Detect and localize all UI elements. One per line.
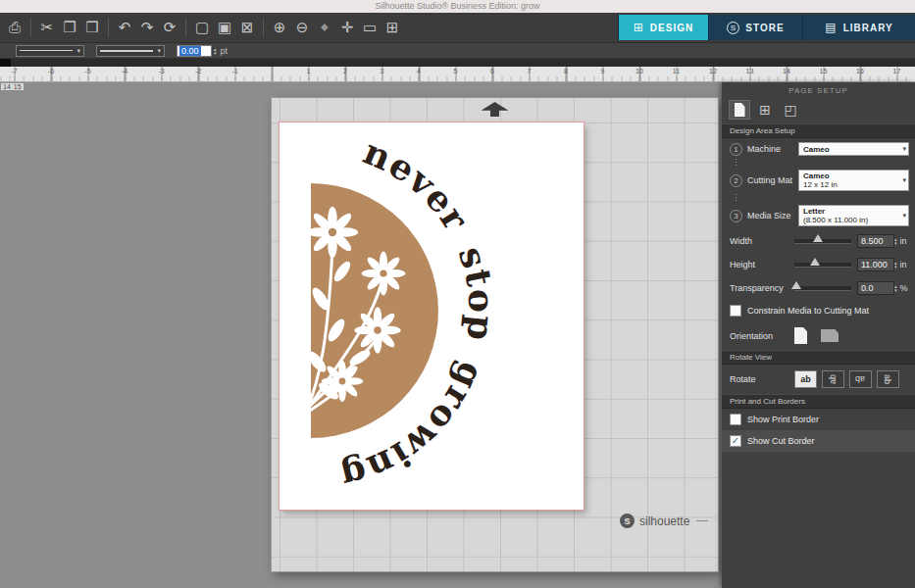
- dotted-connector: [736, 194, 737, 201]
- media-size-label: Media Size: [747, 211, 798, 220]
- panel-title: PAGE SETUP: [722, 82, 915, 98]
- zoom-in-icon[interactable]: ⊕: [269, 17, 290, 38]
- rotate-90-button[interactable]: ab: [822, 370, 844, 388]
- show-print-border-checkbox[interactable]: [730, 414, 741, 425]
- select-all-icon[interactable]: ▣: [214, 17, 235, 38]
- print-icon[interactable]: ⎙: [4, 17, 25, 38]
- ruler-number: 13: [746, 68, 754, 74]
- width-stepper[interactable]: ▴ ▾: [894, 237, 897, 245]
- stepper-down-icon[interactable]: ▾: [894, 265, 897, 269]
- stepper-down-icon[interactable]: ▾: [894, 288, 897, 292]
- stroke-unit-label: pt: [221, 46, 229, 56]
- media-size-dimensions: (8.500 x 11.000 in): [803, 216, 896, 224]
- cutting-mat-value: Cameo: [803, 172, 896, 180]
- transparency-value-input[interactable]: 0.0: [857, 281, 894, 295]
- media-size-value: Letter: [803, 207, 896, 216]
- workspace-tabs: ⊞ DESIGN S STORE ▤ LIBRARY: [618, 15, 915, 40]
- ruler-number: -3: [158, 68, 164, 74]
- sync-icon[interactable]: ⟳: [159, 17, 180, 38]
- drag-zoom-icon[interactable]: ⌖: [314, 17, 335, 38]
- cut-icon[interactable]: ✂: [36, 17, 58, 38]
- horizontal-ruler: -7-6-5-4-3-2-11234567891011121314151617: [0, 67, 915, 82]
- rotate-180-glyph: ab: [855, 374, 865, 384]
- transparency-slider[interactable]: [794, 286, 851, 291]
- silhouette-watermark: S silhouette: [620, 514, 708, 528]
- design-artwork[interactable]: never stop growing: [280, 122, 584, 510]
- tab-store[interactable]: S STORE: [708, 15, 802, 40]
- vertical-ruler-labels: 14 15: [1, 83, 24, 90]
- stepper-down-icon[interactable]: ▾: [894, 241, 897, 245]
- undo-icon[interactable]: ↶: [114, 17, 135, 38]
- line-weight-dropdown[interactable]: ▾: [96, 45, 165, 57]
- width-unit-label: in: [900, 236, 907, 246]
- grid-settings-button[interactable]: ⊞: [755, 101, 775, 119]
- zoom-out-icon[interactable]: ⊖: [291, 17, 313, 38]
- tab-design[interactable]: ⊞ DESIGN: [618, 15, 708, 40]
- stroke-width-value: 0.00: [179, 46, 201, 56]
- ruler-number: 9: [601, 68, 605, 74]
- toolbar-divider-strip: [0, 59, 915, 67]
- toolbar-separator: [185, 18, 186, 37]
- select-icon[interactable]: ▢: [191, 17, 213, 38]
- rotate-270-button[interactable]: ab: [877, 370, 899, 388]
- width-row: Width 8.500 ▴ ▾ in: [722, 229, 915, 253]
- stepper-down-icon[interactable]: ▾: [214, 51, 217, 55]
- stroke-width-control: 0.00 ▴ ▾ pt: [177, 45, 228, 57]
- ruler-number: -2: [195, 68, 201, 74]
- step-number-badge: 3: [730, 210, 742, 222]
- height-slider[interactable]: [794, 263, 851, 268]
- transparency-label: Transparency: [730, 283, 794, 293]
- stroke-width-input[interactable]: 0.00: [177, 45, 212, 57]
- height-label: Height: [730, 260, 794, 270]
- stroke-width-stepper[interactable]: ▴ ▾: [214, 47, 217, 55]
- tab-library[interactable]: ▤ LIBRARY: [802, 15, 915, 40]
- rotate-0-button[interactable]: ab: [794, 370, 817, 388]
- store-logo-icon: S: [727, 22, 739, 34]
- section-design-area-setup: Design Area Setup: [722, 123, 915, 138]
- ruler-number: -7: [11, 68, 17, 74]
- daisy-flower: [307, 207, 359, 259]
- rotate-0-glyph: ab: [800, 374, 811, 384]
- paste-icon[interactable]: ❒: [81, 17, 103, 38]
- pan-icon[interactable]: ✛: [336, 17, 358, 38]
- ruler-number: 5: [454, 68, 458, 74]
- line-style-toolbar: ▾ ▾ 0.00 ▴ ▾ pt: [0, 43, 915, 59]
- page-icon: [735, 103, 745, 117]
- height-stepper[interactable]: ▴ ▾: [894, 261, 897, 269]
- ruler-number: 8: [564, 68, 568, 74]
- deselect-icon[interactable]: ⊠: [236, 17, 258, 38]
- main-toolbar: ⎙✂❐❒↶↷⟳▢▣⊠⊕⊖⌖✛▭⊞ ⊞ DESIGN S STORE ▤ LIBR…: [0, 13, 915, 43]
- line-style-dropdown[interactable]: ▾: [16, 45, 84, 57]
- page-setup-tab-button[interactable]: [730, 101, 749, 119]
- redo-icon[interactable]: ↷: [136, 17, 158, 38]
- machine-dropdown[interactable]: Cameo ▾: [798, 142, 909, 156]
- daisy-flower: [354, 307, 401, 354]
- slider-thumb[interactable]: [791, 281, 801, 289]
- media-size-dropdown[interactable]: Letter (8.500 x 11.000 in) ▾: [798, 205, 909, 226]
- fit-to-page-icon[interactable]: ⊞: [381, 17, 403, 38]
- copy-icon[interactable]: ❐: [59, 17, 80, 38]
- registration-marks-button[interactable]: ◰: [781, 101, 800, 119]
- ruler-number: 7: [528, 68, 532, 74]
- height-value-input[interactable]: 11.000: [857, 258, 894, 271]
- silhouette-logo-icon: S: [620, 514, 635, 528]
- library-icon: ▤: [825, 21, 837, 34]
- zoom-selection-icon[interactable]: ▭: [359, 17, 381, 38]
- watermark-dash: [696, 520, 708, 521]
- line-weight-preview: [100, 50, 153, 52]
- width-slider[interactable]: [794, 239, 851, 244]
- transparency-stepper[interactable]: ▴ ▾: [894, 284, 897, 292]
- media-page[interactable]: never stop growing: [280, 122, 584, 510]
- orientation-portrait-icon[interactable]: [794, 327, 807, 344]
- constrain-media-checkbox[interactable]: [730, 305, 741, 317]
- show-cut-border-checkbox[interactable]: ✓: [730, 435, 741, 447]
- orientation-landscape-icon[interactable]: [821, 329, 839, 342]
- width-value-input[interactable]: 8.500: [857, 234, 894, 248]
- design-canvas[interactable]: never stop growing S silhouette PAGE SET…: [0, 82, 915, 588]
- slider-thumb[interactable]: [810, 258, 820, 266]
- cutting-mat[interactable]: never stop growing S silhouette: [272, 98, 718, 571]
- rotate-180-button[interactable]: ab: [849, 370, 872, 388]
- cutting-mat-dropdown[interactable]: Cameo 12 x 12 in ▾: [798, 170, 909, 191]
- slider-thumb[interactable]: [813, 234, 823, 242]
- panel-tool-icons: ⊞ ◰: [722, 98, 915, 123]
